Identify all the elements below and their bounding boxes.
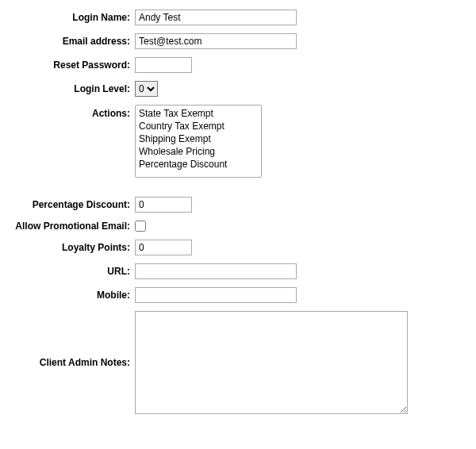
login-name-label: Login Name: — [0, 12, 135, 23]
email-input[interactable] — [135, 33, 297, 49]
actions-option[interactable]: State Tax Exempt — [137, 107, 259, 120]
loyalty-points-input[interactable] — [135, 240, 192, 255]
allow-promo-checkbox[interactable] — [135, 221, 146, 232]
mobile-input[interactable] — [135, 287, 297, 303]
actions-option[interactable]: Wholesale Pricing — [137, 145, 259, 158]
actions-option[interactable]: Shipping Exempt — [137, 132, 259, 145]
percentage-discount-input[interactable] — [135, 197, 192, 213]
loyalty-points-label: Loyalty Points: — [0, 242, 135, 253]
actions-option[interactable]: Percentage Discount — [137, 158, 259, 171]
actions-list[interactable]: State Tax Exempt Country Tax Exempt Ship… — [135, 105, 262, 178]
login-level-label: Login Level: — [0, 83, 135, 94]
notes-label: Client Admin Notes: — [0, 357, 135, 368]
login-level-select[interactable]: 0 — [135, 81, 158, 97]
actions-label: Actions: — [0, 105, 135, 119]
url-label: URL: — [0, 266, 135, 277]
allow-promo-label: Allow Promotional Email: — [0, 221, 135, 232]
mobile-label: Mobile: — [0, 290, 135, 301]
reset-password-label: Reset Password: — [0, 59, 135, 71]
login-name-input[interactable] — [135, 10, 297, 25]
url-input[interactable] — [135, 263, 297, 279]
reset-password-input[interactable] — [135, 57, 192, 73]
actions-option[interactable]: Country Tax Exempt — [137, 120, 259, 132]
percentage-discount-label: Percentage Discount: — [0, 199, 135, 210]
notes-textarea[interactable] — [135, 311, 408, 414]
email-label: Email address: — [0, 36, 135, 47]
